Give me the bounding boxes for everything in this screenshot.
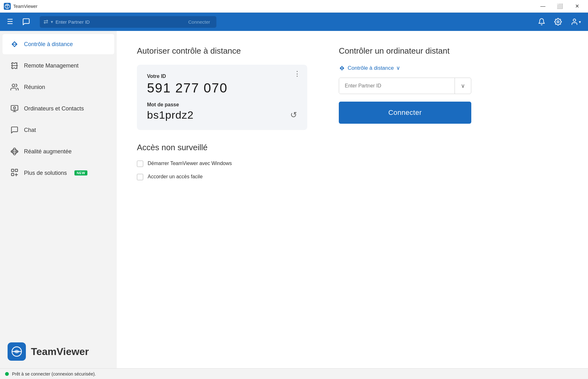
window-controls: — ⬜ ✕	[536, 1, 584, 11]
your-id-label: Votre ID	[147, 74, 297, 79]
maximize-button[interactable]: ⬜	[553, 1, 567, 11]
toolbar-partner-input-area[interactable]: ⇄ ▾ Enter Partner ID Connecter	[40, 16, 216, 28]
hamburger-icon: ☰	[7, 18, 13, 26]
svg-rect-6	[11, 105, 18, 110]
minimize-button[interactable]: —	[536, 1, 550, 11]
sidebar-label-computers-contacts: Ordinateurs et Contacts	[24, 105, 84, 112]
new-badge: NEW	[74, 170, 87, 175]
toolbar-chat-button[interactable]	[19, 16, 33, 28]
easy-access-label: Accorder un accès facile	[148, 173, 203, 180]
unattended-access-title: Accès non surveillé	[137, 143, 307, 152]
content-right: Contrôler un ordinateur distant Contrôle…	[339, 46, 471, 353]
statusbar: Prêt à se connecter (connexion sécurisée…	[0, 368, 588, 379]
sidebar-item-remote-control[interactable]: Contrôle à distance	[3, 34, 114, 54]
password-value: bs1prdz2	[147, 109, 194, 121]
checkbox-row-easy-access: Accorder un accès facile	[137, 173, 307, 180]
teamviewer-footer-logo-text: TeamViewer	[31, 346, 89, 358]
partner-id-dropdown-icon: ∨	[461, 82, 465, 89]
content-area: Autoriser contrôle à distance ⋮ Votre ID…	[117, 31, 588, 368]
easy-access-checkbox[interactable]	[137, 174, 143, 180]
svg-point-7	[14, 107, 16, 109]
svg-rect-11	[11, 169, 14, 172]
sidebar-item-reunion[interactable]: Réunion	[3, 77, 114, 97]
user-icon	[571, 18, 578, 26]
connect-button[interactable]: Connecter	[339, 102, 471, 124]
more-solutions-icon	[10, 169, 19, 177]
password-label: Mot de passe	[147, 102, 297, 108]
refresh-password-button[interactable]: ↺	[290, 110, 297, 120]
svg-rect-12	[15, 169, 18, 172]
partner-id-input[interactable]	[339, 78, 455, 94]
svg-rect-13	[11, 173, 14, 176]
start-with-windows-checkbox[interactable]	[137, 161, 143, 167]
id-card: ⋮ Votre ID 591 277 070 Mot de passe bs1p…	[137, 65, 307, 130]
gear-icon	[554, 18, 562, 26]
svg-point-1	[557, 21, 559, 23]
settings-button[interactable]	[552, 16, 564, 27]
remote-control-mode-icon	[339, 65, 345, 71]
remote-mode-label: Contrôle à distance	[348, 65, 394, 71]
content-left: Autoriser contrôle à distance ⋮ Votre ID…	[137, 46, 307, 353]
remote-control-icon	[10, 40, 19, 49]
sidebar-item-remote-management[interactable]: Remote Management	[3, 56, 114, 76]
augmented-reality-icon	[10, 147, 19, 156]
titlebar: TeamViewer — ⬜ ✕	[0, 0, 588, 13]
sidebar-label-more-solutions: Plus de solutions	[24, 170, 67, 176]
sidebar-label-remote-management: Remote Management	[24, 62, 79, 69]
connection-status-indicator	[5, 372, 9, 376]
chat-icon	[22, 18, 30, 26]
notifications-button[interactable]	[536, 16, 547, 27]
computers-contacts-icon	[10, 104, 19, 113]
id-card-menu-button[interactable]: ⋮	[294, 70, 301, 78]
sidebar-label-remote-control: Contrôle à distance	[24, 41, 73, 48]
close-button[interactable]: ✕	[570, 1, 584, 11]
input-mode-chevron-icon: ▾	[51, 19, 53, 24]
reunion-icon	[10, 83, 19, 92]
sidebar-item-chat[interactable]: Chat	[3, 120, 114, 140]
logo-viewer-text: Viewer	[56, 346, 89, 357]
logo-team-text: Team	[31, 346, 56, 357]
user-caret-icon: ▾	[579, 20, 581, 24]
checkbox-row-start-with-windows: Démarrer TeamViewer avec Windows	[137, 160, 307, 167]
sidebar-footer: TeamViewer	[0, 335, 117, 368]
sidebar-label-chat: Chat	[24, 127, 36, 133]
password-value-row: bs1prdz2 ↺	[147, 109, 297, 121]
start-with-windows-label: Démarrer TeamViewer avec Windows	[148, 160, 232, 167]
authorize-section-title: Autoriser contrôle à distance	[137, 46, 307, 56]
main-layout: Contrôle à distance Remote Management	[0, 31, 588, 368]
teamviewer-logo-icon	[4, 3, 11, 10]
app-title: TeamViewer	[4, 3, 38, 10]
svg-point-5	[12, 84, 15, 87]
toolbar: ☰ ⇄ ▾ Enter Partner ID Connecter	[0, 13, 588, 31]
sidebar-item-more-solutions[interactable]: Plus de solutions NEW	[3, 163, 114, 183]
status-text: Prêt à se connecter (connexion sécurisée…	[12, 371, 96, 376]
sidebar: Contrôle à distance Remote Management	[0, 31, 117, 368]
remote-management-icon	[10, 61, 19, 70]
hamburger-menu-button[interactable]: ☰	[5, 16, 15, 28]
teamviewer-footer-logo-icon	[8, 342, 26, 361]
transfer-icon: ⇄	[44, 18, 48, 25]
user-account-button[interactable]: ▾	[569, 16, 583, 27]
bell-icon	[538, 18, 545, 26]
remote-mode-button[interactable]: Contrôle à distance ∨	[339, 65, 400, 71]
toolbar-connect-button[interactable]: Connecter	[186, 18, 213, 26]
sidebar-label-reunion: Réunion	[24, 84, 45, 91]
toolbar-right-actions: ▾	[536, 16, 583, 27]
svg-point-2	[573, 19, 576, 21]
toolbar-partner-id-placeholder[interactable]: Enter Partner ID	[56, 19, 183, 25]
remote-mode-chevron-icon: ∨	[396, 65, 400, 71]
chat-nav-icon	[10, 126, 19, 134]
sidebar-item-augmented-reality[interactable]: Réalité augmentée	[3, 141, 114, 162]
partner-id-dropdown-button[interactable]: ∨	[455, 78, 471, 94]
sidebar-label-augmented-reality: Réalité augmentée	[24, 148, 72, 155]
your-id-number: 591 277 070	[147, 80, 297, 96]
control-remote-title: Contrôler un ordinateur distant	[339, 46, 471, 56]
sidebar-item-computers-contacts[interactable]: Ordinateurs et Contacts	[3, 98, 114, 119]
app-name-label: TeamViewer	[13, 4, 38, 9]
partner-id-input-area[interactable]: ∨	[339, 78, 471, 94]
